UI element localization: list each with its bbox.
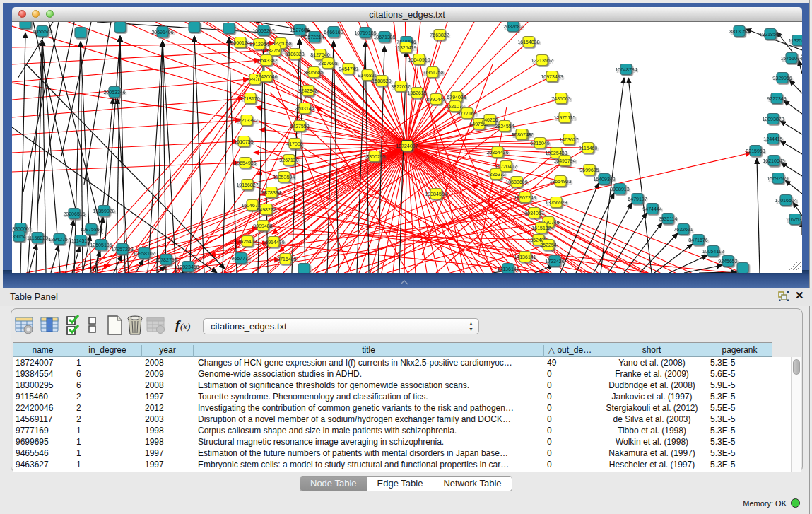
svg-text:(x): (x) (180, 321, 190, 332)
